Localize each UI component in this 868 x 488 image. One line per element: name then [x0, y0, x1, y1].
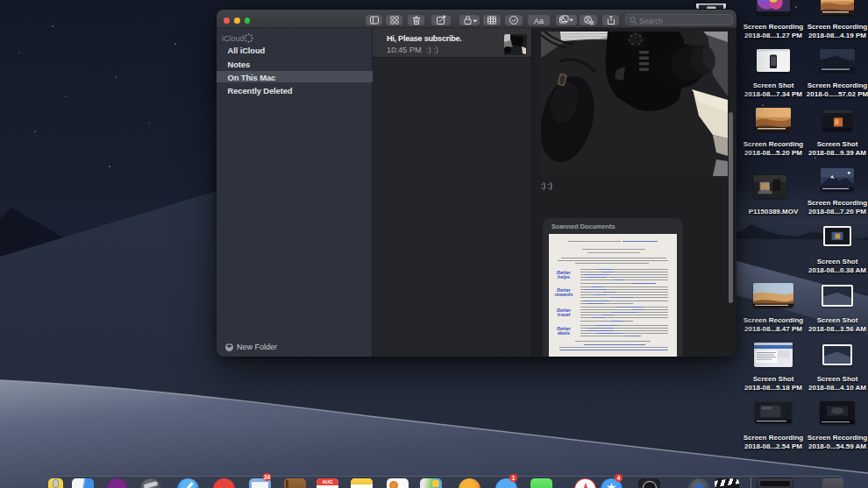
svg-text:Aa: Aa	[534, 16, 544, 25]
